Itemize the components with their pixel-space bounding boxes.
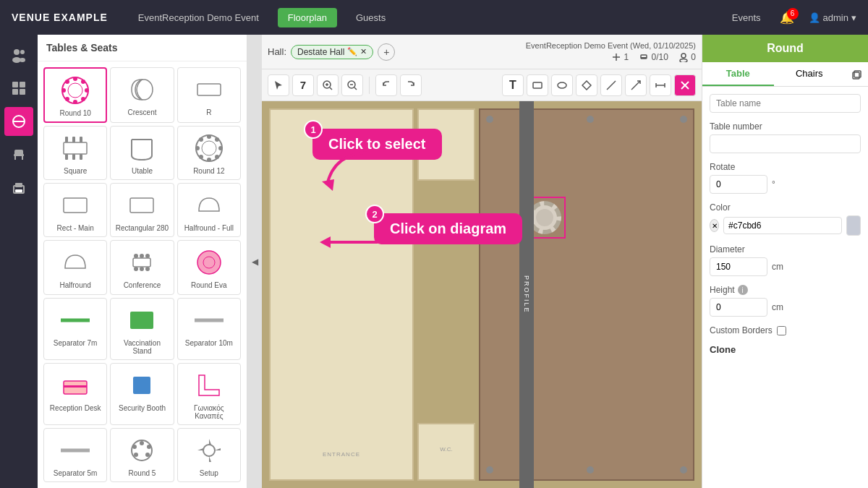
tab-chairs[interactable]: Chairs: [774, 62, 846, 86]
arrow-tool-btn[interactable]: [625, 74, 647, 96]
table-item-icon-goniakos: [192, 368, 226, 403]
cursor-icon: [273, 80, 284, 91]
svg-line-88: [607, 81, 616, 90]
table-name-input[interactable]: [710, 94, 861, 113]
nav-floorplan[interactable]: Floorplan: [278, 8, 337, 27]
svg-point-53: [134, 267, 138, 271]
height-info-icon[interactable]: i: [738, 285, 748, 295]
height-row: cm: [710, 298, 861, 317]
table-item-r[interactable]: R: [177, 67, 241, 123]
edit-icon[interactable]: ✏️: [347, 47, 357, 56]
table-number-input[interactable]: [710, 134, 861, 153]
table-item-setup[interactable]: Setup: [177, 428, 241, 482]
sidebar-layout-btn[interactable]: [4, 74, 33, 103]
table-item-icon-halfround-full: [192, 188, 226, 223]
hall-badge[interactable]: Destate Hall ✏️ ✕: [291, 45, 373, 59]
rotate-input[interactable]: [710, 175, 767, 194]
admin-menu[interactable]: 👤 admin ▾: [809, 12, 856, 23]
table-item-round-eva[interactable]: Round Eva: [177, 240, 241, 294]
right-panel: Round Table Chairs Table number Rotate: [702, 35, 868, 488]
redo-btn[interactable]: [400, 74, 422, 96]
diameter-input[interactable]: [710, 257, 767, 276]
diamond-tool-btn[interactable]: [576, 74, 597, 96]
zoom-in-icon: [322, 80, 333, 91]
close-icon[interactable]: ✕: [360, 47, 367, 56]
table-item-reception-desk[interactable]: Reception Desk: [43, 363, 107, 425]
table-item-vaccination[interactable]: Vaccination Stand: [110, 298, 174, 360]
rect-tool-btn[interactable]: [527, 74, 548, 96]
color-clear-btn[interactable]: ✕: [710, 219, 719, 232]
table-item-icon-round5: [124, 433, 159, 468]
zoom-out-btn[interactable]: [341, 74, 363, 96]
tool-sep-1: [369, 77, 370, 94]
delete-tool-btn[interactable]: [674, 74, 696, 96]
svg-point-41: [215, 137, 219, 142]
table-item-halfround-full[interactable]: Halfround - Full: [177, 183, 241, 237]
sidebar-tables-btn[interactable]: [4, 107, 33, 136]
callout-2-arrow: [316, 228, 381, 260]
table-item-rect-main[interactable]: Rect - Main: [43, 183, 107, 237]
sidebar-chairs-btn[interactable]: [4, 140, 33, 169]
table-item-round12[interactable]: Round 12: [177, 126, 241, 180]
guests-stat: 0: [678, 52, 696, 63]
tab-table[interactable]: Table: [702, 62, 774, 86]
svg-point-46: [195, 146, 200, 150]
zoom-in-btn[interactable]: [317, 74, 339, 96]
table-item-separator5m[interactable]: Separator 5m: [43, 428, 107, 482]
table-item-crescent[interactable]: Crescent: [110, 67, 174, 123]
add-hall-btn[interactable]: +: [378, 43, 395, 61]
floorplan-canvas[interactable]: ENTRANCE W.C.: [262, 101, 702, 488]
cursor-tool-btn[interactable]: [268, 74, 289, 96]
table-item-utable[interactable]: Utable: [110, 126, 174, 180]
table-item-goniakos[interactable]: Γωνιακός Καναπές: [177, 363, 241, 425]
table-item-icon-round12: [192, 131, 226, 166]
table-item-separator10m[interactable]: Separator 10m: [177, 298, 241, 360]
callout-1-badge: 1: [304, 120, 323, 139]
notifications-button[interactable]: 🔔 6: [780, 11, 794, 25]
color-input[interactable]: [723, 217, 842, 234]
svg-rect-6: [12, 89, 18, 95]
color-label: Color: [710, 202, 861, 213]
field-clone: Clone: [710, 344, 861, 355]
svg-rect-30: [65, 137, 68, 142]
table-item-security-booth[interactable]: Security Booth: [110, 363, 174, 425]
svg-point-27: [135, 80, 153, 100]
table-item-rectangular280[interactable]: Rectangular 280: [110, 183, 174, 237]
tab-extra-icon[interactable]: [845, 62, 868, 86]
callout-2-bubble: Click on diagram: [374, 213, 522, 244]
table-item-separator7m[interactable]: Separator 7m: [43, 298, 107, 360]
table-item-square[interactable]: Square: [43, 126, 107, 180]
canvas-table-inner: [536, 209, 553, 226]
sidebar-print-btn[interactable]: [4, 174, 33, 202]
svg-point-55: [145, 267, 150, 271]
measure-tool-btn[interactable]: [650, 74, 671, 96]
number-tool-btn[interactable]: 7: [292, 74, 314, 96]
svg-rect-85: [533, 82, 542, 88]
nav-event-link[interactable]: EventReception Demo Event: [128, 8, 269, 27]
nav-events[interactable]: Events: [722, 8, 771, 27]
svg-marker-97: [320, 236, 331, 248]
table-item-halfround[interactable]: Halfround: [43, 240, 107, 294]
height-input[interactable]: [710, 298, 767, 317]
color-swatch[interactable]: [846, 215, 861, 236]
sidebar-collapse-btn[interactable]: ◀: [247, 35, 262, 488]
chair-icon: [11, 147, 27, 163]
table-icon: [11, 114, 27, 129]
nav-guests[interactable]: Guests: [346, 8, 396, 27]
undo-btn[interactable]: [375, 74, 397, 96]
diamond-shape-icon: [582, 80, 592, 90]
profile-strip[interactable]: PROFILE: [519, 101, 534, 488]
table-item-round5[interactable]: Round 5: [110, 428, 174, 482]
table-item-conference[interactable]: Conference: [110, 240, 174, 294]
svg-rect-15: [15, 183, 22, 187]
main-layout: Tables & Seats Round 10CrescentRSquareUt…: [0, 35, 868, 488]
custom-borders-checkbox[interactable]: [777, 326, 786, 335]
oval-tool-btn[interactable]: [551, 74, 573, 96]
svg-rect-33: [65, 154, 68, 160]
svg-point-24: [73, 100, 77, 104]
svg-point-69: [147, 445, 151, 449]
line-tool-btn[interactable]: [600, 74, 622, 96]
text-tool-btn[interactable]: T: [502, 74, 524, 96]
sidebar-guests-btn[interactable]: [4, 40, 33, 69]
table-item-round10[interactable]: Round 10: [43, 67, 107, 123]
